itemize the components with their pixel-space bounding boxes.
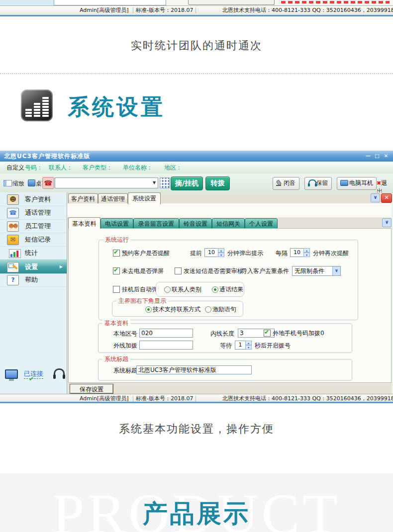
area-code-input[interactable]	[139, 329, 193, 338]
status-separator	[196, 396, 196, 402]
subtab-recording[interactable]: 录音留言设置	[133, 218, 179, 229]
hangup-popup-checkbox[interactable]	[113, 286, 120, 293]
connection-status: 已连接 ✔	[3, 367, 67, 384]
contact-type-radio[interactable]	[164, 286, 171, 293]
advance-spin-buttons[interactable]: ▴▾	[218, 248, 224, 257]
filter-contact[interactable]: 联系人：	[49, 162, 73, 174]
slogan-radio[interactable]	[205, 306, 211, 313]
sidebar-item-customers[interactable]: ☻ 客户资料	[0, 192, 67, 206]
sidebar-item-calls[interactable]: ☎ 通话管理	[0, 206, 67, 220]
system-title-label: 系统标题	[113, 366, 137, 375]
status-version: 标准-版本号：2018.07	[136, 6, 193, 15]
sidebar-item-label: 帮助	[25, 273, 38, 286]
filter-region[interactable]: 地区：	[164, 162, 182, 174]
outside-line-input[interactable]	[139, 341, 193, 350]
settings-panel: 系统运行 预约客户是否提醒 提前 10 ▴▾ 分钟弹出提示 每隔 10 ▴▾ 分…	[68, 228, 392, 383]
support-contact-radio[interactable]	[145, 306, 152, 313]
minimize-icon[interactable]: —	[364, 153, 372, 160]
every-suffix: 分钟再次提醒	[313, 249, 349, 258]
headset-icon	[54, 368, 65, 375]
corner-display-title: 主界面右下角显示	[116, 297, 168, 304]
subtab-basic[interactable]: 基本资料	[68, 217, 100, 229]
subtab-phone[interactable]: 电话设置	[100, 218, 133, 229]
window-title: 北恩UC3客户管理软件标准版	[4, 151, 90, 162]
dedupe-label: 导入客户去重条件	[241, 266, 289, 275]
sidebar-item-label: 客户资料	[25, 192, 51, 206]
filter-number[interactable]: 号码：	[25, 162, 43, 174]
window-titlebar: 北恩UC3客户管理软件标准版 — □ ✕	[0, 151, 393, 162]
group-title: 系统标题	[102, 355, 130, 362]
sidebar-item-sms[interactable]: ✉ 短信记录	[0, 233, 67, 247]
every-spin-value[interactable]: 10	[290, 248, 304, 257]
top-status-bar: Admin[高级管理员] 标准-版本号：2018.07 北恩技术支持电话：400…	[0, 5, 393, 15]
support-contact-label: 技术支持联系方式	[153, 306, 200, 313]
top-clipped-button[interactable]	[188, 0, 275, 5]
top-window-edge	[0, 15, 393, 16]
desktop-icon[interactable]	[28, 179, 35, 186]
dedupe-dropdown[interactable]: 无限制条件 ∨	[292, 266, 341, 276]
bar-chart-icon	[9, 249, 21, 258]
pc-headset-button[interactable]: 电脑耳机	[337, 177, 377, 190]
app-window: 北恩UC3客户管理软件标准版 — □ ✕ 自定义 号码： 联系人： 客户类型： …	[0, 151, 393, 403]
call-result-radio[interactable]	[212, 286, 218, 293]
remind-label: 预约客户是否提醒	[122, 250, 170, 257]
sidebar-item-stats[interactable]: 统计	[0, 246, 67, 260]
sidebar-item-help[interactable]: ? 帮助	[0, 273, 67, 287]
section-title: 系统设置	[68, 92, 165, 122]
subtab-personal[interactable]: 个人设置	[245, 218, 278, 229]
hold-button[interactable]: 保留	[304, 177, 332, 190]
close-icon[interactable]: ✕	[382, 153, 390, 160]
sidebar-item-label: 设置	[25, 260, 38, 273]
subtab-ringtone[interactable]: 铃音设置	[179, 218, 212, 229]
group-title: 基本资料	[102, 320, 130, 327]
hangup-radio-group: 联系人类别 通话结果	[156, 282, 244, 297]
mobile-prefix-label: 外地手机号码加拨0	[273, 330, 324, 337]
subtab-sms-gateway[interactable]: 短信网关	[212, 218, 245, 229]
tab-customers[interactable]: 客户资料	[68, 193, 98, 204]
status-support: 北恩技术支持电话：400-8121-333 QQ：3520160436，2039…	[222, 6, 393, 15]
sidebar-item-settings[interactable]: 设置 ▶	[0, 260, 67, 274]
wait-spin-buttons[interactable]: ▴▾	[245, 341, 252, 350]
tab-close-icon[interactable]: ✕	[381, 193, 392, 203]
zoom-icon[interactable]	[3, 180, 12, 186]
outside-line-label: 外线加拨	[113, 341, 137, 350]
wait-suffix: 秒后开启拨号	[255, 341, 291, 350]
advance-spin-value[interactable]: 10	[204, 248, 218, 257]
sms-audit-checkbox[interactable]	[175, 267, 182, 274]
every-spin-buttons[interactable]: ▴▾	[303, 248, 310, 257]
window-bottom-edge	[0, 402, 393, 403]
phone-icon[interactable]: ☎	[42, 177, 54, 189]
content-area: 客户资料 通话管理 系统设置 ∨ ✕ 基本资料 电话设置 录音留言设置 铃音设置…	[67, 192, 392, 394]
system-title-input[interactable]	[136, 365, 252, 374]
staff-icon: ☻☻	[7, 221, 19, 232]
keypad-icon[interactable]	[160, 177, 170, 188]
equalizer-icon	[21, 89, 53, 121]
dial-dropdown-icon[interactable]: ▼	[151, 177, 158, 188]
tab-dropdown-icon[interactable]: ∨	[371, 193, 380, 202]
filter-company[interactable]: 单位名称：	[123, 162, 153, 174]
subtab-dropdown-icon[interactable]: ∨	[382, 218, 392, 227]
popup-checkbox[interactable]	[113, 267, 120, 274]
caption-settings: 系统基本功能设置，操作方便	[0, 419, 393, 439]
sidebar-item-label: 统计	[25, 246, 38, 260]
transfer-button[interactable]: 转拨	[205, 177, 230, 190]
remind-checkbox[interactable]	[113, 250, 120, 257]
filter-custom[interactable]: 自定义	[6, 162, 24, 174]
tab-system-settings[interactable]: 系统设置	[128, 192, 161, 204]
check-icon: ✔	[29, 375, 34, 382]
sidebar-item-staff[interactable]: ☻☻ 员工管理	[0, 219, 67, 233]
save-settings-button[interactable]: 保存设置	[70, 384, 113, 394]
toolbar-zoom-label[interactable]: 缩放	[12, 179, 24, 188]
hook-button[interactable]: 摘/挂机	[171, 177, 203, 190]
wait-spin-value[interactable]: 1	[235, 341, 246, 350]
pc-headset-label: 电脑耳机	[349, 179, 373, 186]
mute-button[interactable]: 闭音	[273, 177, 299, 190]
advance-suffix: 分钟弹出提示	[227, 249, 263, 258]
filter-customer-type[interactable]: 客户类型：	[83, 162, 112, 174]
mobile-prefix-checkbox[interactable]	[264, 330, 271, 337]
status-separator	[133, 7, 133, 13]
dial-number-input[interactable]	[55, 177, 151, 188]
group-system-title: 系统标题 系统标题	[98, 359, 352, 381]
maximize-icon[interactable]: □	[373, 153, 381, 160]
tab-calls[interactable]: 通话管理	[98, 193, 128, 204]
